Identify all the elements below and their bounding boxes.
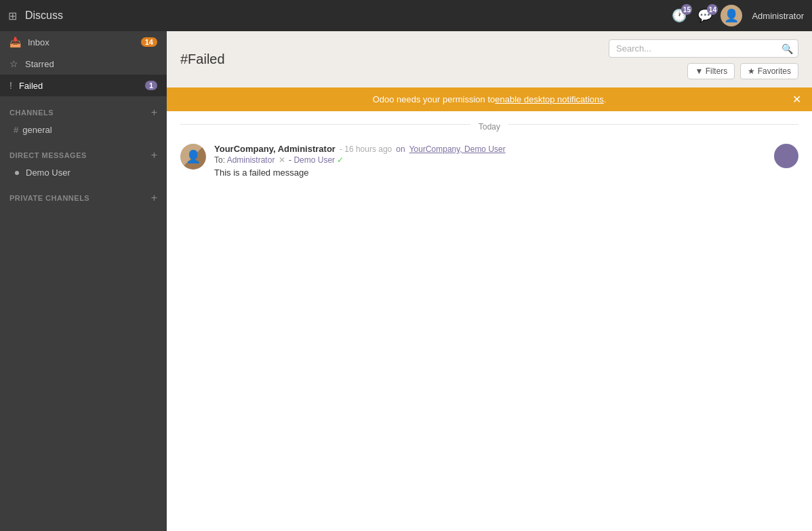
messages-area: Today 👤 YourCompany, Administrator - 16 … (167, 111, 812, 531)
message-header: YourCompany, Administrator - 16 hours ag… (214, 144, 766, 154)
remove-admin-icon[interactable]: ✕ (279, 155, 285, 165)
notification-text-before: Odoo needs your permission to (373, 94, 495, 104)
search-bar: 🔍 ▼ Filters ★ Favorites (609, 39, 798, 79)
channels-section-header: CHANNELS + (0, 96, 167, 121)
avatar[interactable]: 👤 (720, 5, 742, 26)
app-title: Discuss (25, 9, 669, 22)
content-area: #Failed 🔍 ▼ Filters ★ Favorites Odoo nee… (167, 31, 812, 531)
notifications-button[interactable]: 🕐 15 (669, 5, 689, 26)
star-icon: ☆ (9, 58, 18, 69)
to-admin-link[interactable]: Administrator (227, 155, 275, 165)
topbar-actions: 🕐 15 💬 14 👤 Administrator (669, 5, 804, 26)
add-channel-button[interactable]: + (151, 107, 157, 118)
main-layout: 📥 Inbox 14 ☆ Starred ! Failed 1 CHANNELS… (0, 31, 812, 531)
favorites-button[interactable]: ★ Favorites (740, 63, 798, 79)
message-body: YourCompany, Administrator - 16 hours ag… (214, 144, 766, 178)
message-failed-status-icon[interactable] (774, 144, 798, 168)
search-filters: ▼ Filters ★ Favorites (687, 63, 798, 79)
sidebar: 📥 Inbox 14 ☆ Starred ! Failed 1 CHANNELS… (0, 31, 167, 531)
channel-general[interactable]: # general (0, 121, 167, 139)
dm-demo-user[interactable]: Demo User (0, 163, 167, 182)
to-demo-link[interactable]: Demo User (293, 155, 335, 165)
message-author: YourCompany, Administrator (214, 144, 336, 154)
inbox-label: Inbox (28, 37, 141, 47)
notification-link[interactable]: enable desktop notifications (495, 94, 603, 104)
notification-banner: Odoo needs your permission to enable des… (167, 87, 812, 111)
direct-messages-label: DIRECT MESSAGES (9, 151, 87, 159)
message-text: This is a failed message (214, 168, 766, 178)
notification-close-button[interactable]: ✕ (792, 93, 801, 106)
filters-button[interactable]: ▼ Filters (687, 63, 735, 79)
dm-status-icon (14, 170, 20, 176)
message-to: To: Administrator ✕ - Demo User ✓ (214, 155, 766, 165)
day-label: Today (470, 122, 508, 132)
page-header: #Failed 🔍 ▼ Filters ★ Favorites (167, 31, 812, 87)
avatar-face: 👤 (180, 144, 206, 170)
private-channels-section-header: PRIVATE CHANNELS + (0, 182, 167, 206)
channels-label: CHANNELS (9, 109, 54, 117)
message-time: - 16 hours ago (340, 144, 392, 154)
channel-name: general (22, 125, 52, 135)
add-dm-button[interactable]: + (151, 150, 157, 161)
private-channels-label: PRIVATE CHANNELS (9, 194, 89, 202)
grid-icon[interactable]: ⊞ (8, 9, 17, 22)
failed-badge: 1 (145, 81, 157, 90)
message-channel-link[interactable]: YourCompany, Demo User (409, 144, 506, 154)
dm-user-name: Demo User (26, 168, 70, 178)
user-name: Administrator (752, 11, 804, 21)
search-input-wrap: 🔍 (609, 39, 798, 58)
messages-badge: 14 (707, 4, 718, 15)
inbox-badge: 14 (141, 37, 157, 47)
notifications-badge: 15 (681, 4, 692, 15)
message-channel-prefix: on (396, 144, 405, 154)
starred-label: Starred (25, 59, 157, 69)
inbox-icon: 📥 (9, 37, 21, 47)
message-avatar: 👤 (180, 144, 206, 170)
sidebar-item-inbox[interactable]: 📥 Inbox 14 (0, 31, 167, 53)
add-private-channel-button[interactable]: + (151, 193, 157, 203)
messages-button[interactable]: 💬 14 (695, 5, 715, 26)
direct-messages-section-header: DIRECT MESSAGES + (0, 139, 167, 163)
day-header: Today (167, 111, 812, 137)
sidebar-item-failed[interactable]: ! Failed 1 (0, 75, 167, 96)
sidebar-item-starred[interactable]: ☆ Starred (0, 53, 167, 75)
to-label: To: (214, 155, 225, 165)
check-icon: ✓ (337, 155, 344, 165)
topbar: ⊞ Discuss 🕐 15 💬 14 👤 Administrator (0, 0, 812, 31)
hash-icon: # (14, 125, 18, 135)
search-button[interactable]: 🔍 (781, 43, 793, 54)
exclamation-icon: ! (9, 80, 12, 91)
failed-label: Failed (19, 81, 145, 91)
message-item: 👤 YourCompany, Administrator - 16 hours … (167, 137, 812, 184)
search-input[interactable] (609, 39, 798, 58)
notification-text-after: . (604, 94, 607, 104)
page-title: #Failed (180, 52, 225, 67)
